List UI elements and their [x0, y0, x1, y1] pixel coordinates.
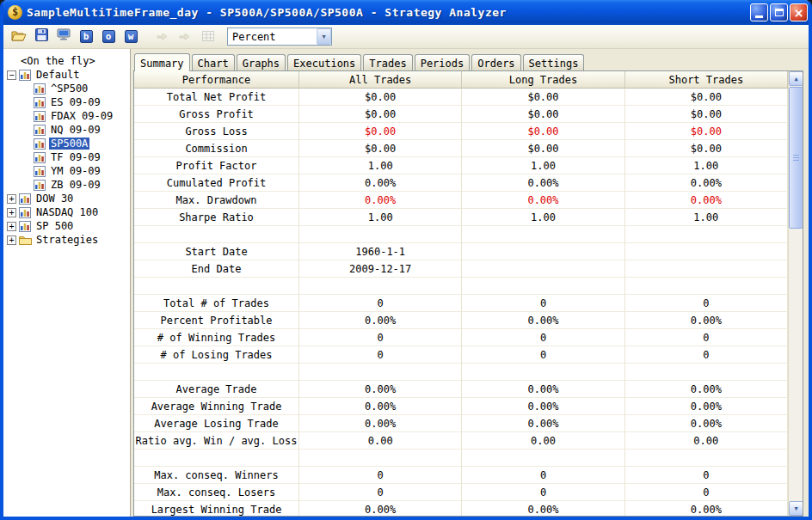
cell-value: 0.00%	[462, 312, 624, 329]
cell-value: $0.00	[462, 106, 624, 123]
tree-item-sp500a[interactable]: SP500A	[3, 137, 130, 150]
tree-item-default[interactable]: −Default	[3, 68, 130, 82]
row-label: Max. conseq. Losers	[134, 484, 299, 501]
row-label: Max. Drawdown	[134, 192, 299, 209]
tree-item-ym-09-09[interactable]: YM 09-09	[3, 164, 130, 178]
maximize-icon	[775, 9, 784, 16]
toolbar: bow Percent ▼	[3, 25, 809, 49]
cell-value: 0.00	[462, 432, 624, 450]
tab-settings[interactable]: Settings	[523, 54, 585, 70]
tab-graphs[interactable]: Graphs	[237, 54, 286, 70]
tree-item-label: FDAX 09-09	[49, 110, 114, 122]
open-button[interactable]	[9, 27, 29, 46]
cell-value: 0.00%	[299, 398, 462, 415]
tree-item-dow-30[interactable]: +DOW 30	[3, 192, 130, 205]
chart-icon	[19, 221, 32, 232]
row-label: Cumulated Profit	[134, 174, 299, 192]
table-row-percent-profitable: Percent Profitable0.00%0.00%0.00%	[134, 312, 788, 329]
letter-w-button[interactable]: w	[120, 27, 141, 46]
grid-header-row: PerformanceAll TradesLong TradesShort Tr…	[134, 71, 788, 89]
tree-item-sp500[interactable]: ^SP500	[3, 82, 130, 95]
tab-executions[interactable]: Executions	[287, 54, 361, 70]
tree-item-sp-500[interactable]: +SP 500	[3, 219, 130, 233]
tree-item-label: ^SP500	[49, 83, 89, 95]
tree-item-label: DOW 30	[34, 193, 75, 205]
letter-b-button[interactable]: b	[76, 27, 96, 46]
expander-plus-icon[interactable]: +	[7, 236, 16, 245]
cell-value: 0	[625, 329, 788, 346]
tab-orders[interactable]: Orders	[471, 54, 520, 70]
row-label: Sharpe Ratio	[134, 209, 299, 226]
cell-value: 0.00%	[462, 501, 624, 516]
tree-item-es-09-09[interactable]: ES 09-09	[3, 95, 130, 109]
tree-item-strategies[interactable]: +Strategies	[3, 233, 130, 247]
app-icon[interactable]: $	[8, 5, 22, 20]
row-label	[134, 278, 299, 295]
maximize-button[interactable]	[770, 3, 788, 21]
close-button[interactable]: ×	[790, 3, 808, 21]
strategy-analyzer-window: $ SampleMultiTimeFrame_day - SP500A/SP50…	[0, 0, 812, 520]
cell-value: 0	[299, 467, 462, 484]
vertical-scrollbar[interactable]: ▲ ▼	[788, 71, 803, 516]
expander-plus-icon[interactable]: +	[7, 222, 16, 231]
tree-item-label: NASDAQ 100	[34, 206, 100, 218]
tree-item-nasdaq-100[interactable]: +NASDAQ 100	[3, 205, 130, 219]
tree-item-label: Strategies	[34, 234, 100, 246]
minimize-button[interactable]	[750, 3, 768, 21]
tab-periods[interactable]: Periods	[415, 54, 471, 70]
scroll-down-button[interactable]: ▼	[789, 501, 803, 516]
cell-value: $0.00	[299, 140, 462, 157]
table-row-blank	[134, 364, 788, 381]
display-unit-dropdown[interactable]: Percent ▼	[227, 28, 332, 46]
tree-item-label: SP 500	[34, 220, 75, 232]
tab-chart[interactable]: Chart	[192, 54, 235, 70]
tree-item-fdax-09-09[interactable]: FDAX 09-09	[3, 109, 130, 123]
window-controls: ×	[750, 3, 808, 21]
expander-minus-icon[interactable]: −	[7, 70, 16, 80]
tree-item-zb-09-09[interactable]: ZB 09-09	[3, 178, 130, 192]
expander-plus-icon[interactable]: +	[7, 208, 16, 217]
title-bar[interactable]: $ SampleMultiTimeFrame_day - SP500A/SP50…	[0, 0, 812, 25]
scrollbar-thumb[interactable]	[789, 87, 803, 229]
row-label: Gross Profit	[134, 106, 299, 123]
cell-value: 0.00%	[299, 415, 462, 432]
chevron-down-icon[interactable]: ▼	[317, 28, 331, 45]
tab-trades[interactable]: Trades	[363, 54, 412, 70]
cell-value: 0	[299, 295, 462, 312]
tree-item-tf-09-09[interactable]: TF 09-09	[3, 150, 130, 164]
cell-value: 2009-12-17	[299, 260, 462, 278]
table-row-max-drawdown: Max. Drawdown0.00%0.00%0.00%	[134, 192, 788, 209]
cell-value: 0	[462, 467, 624, 484]
display-button[interactable]	[53, 27, 74, 46]
cell-value: 0.00%	[625, 415, 788, 432]
tree-item-on-the-fly[interactable]: <On the fly>	[3, 54, 130, 68]
cell-value: $0.00	[625, 123, 788, 140]
table-row-max-conseq-losers: Max. conseq. Losers000	[134, 484, 788, 501]
chart-icon	[34, 125, 46, 136]
cell-value: $0.00	[299, 89, 462, 106]
cell-value: 0.00	[299, 432, 462, 450]
cell-value	[462, 260, 624, 278]
tree-item-nq-09-09[interactable]: NQ 09-09	[3, 123, 130, 137]
letter-o-button[interactable]: o	[98, 27, 119, 46]
cell-value: 0.00%	[299, 312, 462, 329]
cell-value: 1.00	[462, 209, 624, 226]
save-button[interactable]	[31, 27, 52, 46]
expander-plus-icon[interactable]: +	[7, 194, 16, 204]
column-header-short-trades[interactable]: Short Trades	[625, 71, 788, 89]
column-header-all-trades[interactable]: All Trades	[299, 71, 462, 89]
column-header-long-trades[interactable]: Long Trades	[462, 71, 624, 89]
scroll-up-button[interactable]: ▲	[789, 71, 803, 86]
cell-value: 1.00	[625, 209, 788, 226]
chart-icon	[34, 97, 46, 108]
cell-value: 0.00%	[625, 192, 788, 209]
tab-summary[interactable]: Summary	[134, 53, 190, 71]
tree-item-label: ZB 09-09	[49, 179, 102, 191]
cell-value	[462, 278, 624, 295]
summary-grid: PerformanceAll TradesLong TradesShort Tr…	[133, 70, 803, 517]
toolbar-letter-buttons: bow	[76, 27, 141, 46]
tree-item-label: TF 09-09	[49, 151, 102, 163]
column-header-performance[interactable]: Performance	[134, 71, 299, 89]
cell-value: 0	[625, 467, 788, 484]
chart-icon	[34, 180, 46, 191]
